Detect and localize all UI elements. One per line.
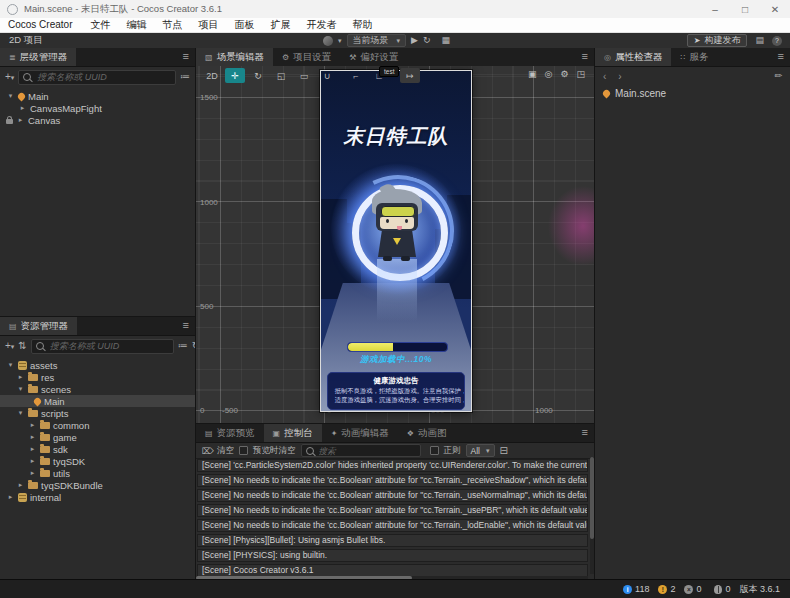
menu-project[interactable]: 项目 bbox=[190, 18, 226, 32]
preview-grid-icon[interactable]: ▦ bbox=[442, 35, 451, 46]
console-log-row[interactable]: [Scene] No needs to indicate the 'cc.Boo… bbox=[197, 474, 588, 488]
console-search[interactable] bbox=[301, 444, 421, 457]
asset-node-res[interactable]: ▸ res bbox=[0, 371, 195, 383]
menu-node[interactable]: 节点 bbox=[154, 18, 190, 32]
add-asset-button[interactable]: +▾ bbox=[5, 340, 14, 353]
build-publish-button[interactable]: ➤ 构建发布 bbox=[687, 34, 748, 47]
game-canvas-frame[interactable]: 末日特工队 bbox=[320, 70, 472, 412]
chevron-right-icon[interactable]: ▸ bbox=[16, 116, 25, 124]
console-menu-icon[interactable]: ≡ bbox=[582, 426, 588, 438]
log-level-dropdown[interactable]: All ▾ bbox=[466, 444, 495, 457]
chevron-right-icon[interactable]: ▸ bbox=[16, 373, 25, 381]
chevron-right-icon[interactable]: ▸ bbox=[28, 445, 37, 453]
hierarchy-search-input[interactable] bbox=[35, 71, 171, 83]
console-log-row[interactable]: [Scene] Cocos Creator v3.6.1 bbox=[197, 564, 588, 577]
bug-count[interactable]: 0 bbox=[714, 584, 730, 594]
clear-on-preview-checkbox[interactable] bbox=[239, 446, 248, 455]
chevron-right-icon[interactable]: ▸ bbox=[18, 104, 27, 112]
asset-node-utils[interactable]: ▸ utils bbox=[0, 467, 195, 479]
fullscreen-icon[interactable]: ◳ bbox=[576, 69, 585, 79]
hierarchy-search[interactable] bbox=[18, 70, 176, 85]
tab-asset-preview[interactable]: ▤ 资源预览 bbox=[196, 424, 264, 442]
hierarchy-list-options-icon[interactable]: ≔ bbox=[180, 71, 190, 83]
console-log-row[interactable]: [Scene] [Physics][Bullet]: Using asmjs B… bbox=[197, 534, 588, 548]
history-back-button[interactable]: ‹ bbox=[603, 71, 606, 82]
tab-inspector[interactable]: ◎ 属性检查器 bbox=[595, 48, 671, 66]
scene-menu-icon[interactable]: ≡ bbox=[582, 50, 588, 62]
move-tool-button[interactable]: ✛ bbox=[225, 68, 245, 83]
chevron-right-icon[interactable]: ▸ bbox=[28, 421, 37, 429]
platform-caret-icon[interactable]: ▾ bbox=[338, 37, 342, 45]
asset-node-assets[interactable]: ▾ assets bbox=[0, 359, 195, 371]
open-folder-button[interactable]: ▤ bbox=[755, 35, 764, 46]
warning-count[interactable]: ! 2 bbox=[658, 584, 675, 594]
error-count[interactable]: × 0 bbox=[684, 584, 701, 594]
help-button[interactable]: ? bbox=[772, 36, 782, 46]
chevron-down-icon[interactable]: ▾ bbox=[16, 409, 25, 417]
menu-developer[interactable]: 开发者 bbox=[298, 18, 344, 32]
menu-panel[interactable]: 面板 bbox=[226, 18, 262, 32]
play-button[interactable]: ▶ bbox=[411, 35, 418, 46]
console-log-row[interactable]: [Scene] 'cc.ParticleSystem2D.color' hide… bbox=[197, 459, 588, 473]
tab-service[interactable]: ∷ 服务 bbox=[671, 48, 717, 66]
inspector-menu-icon[interactable]: ≡ bbox=[778, 50, 784, 62]
regex-checkbox[interactable] bbox=[430, 446, 439, 455]
chevron-right-icon[interactable]: ▸ bbox=[28, 457, 37, 465]
history-forward-button[interactable]: › bbox=[618, 71, 621, 82]
menu-help[interactable]: 帮助 bbox=[344, 18, 380, 32]
menu-edit[interactable]: 编辑 bbox=[118, 18, 154, 32]
tree-node-canvasmapfight[interactable]: ▸ CanvasMapFight bbox=[0, 102, 195, 114]
tab-assets[interactable]: ▤ 资源管理器 bbox=[0, 317, 77, 335]
asset-node-main-scene[interactable]: Main bbox=[0, 395, 195, 407]
chevron-down-icon[interactable]: ▾ bbox=[6, 361, 15, 369]
asset-node-sdk[interactable]: ▸ sdk bbox=[0, 443, 195, 455]
tab-animation-editor[interactable]: ✦ 动画编辑器 bbox=[322, 424, 398, 442]
snap-settings-button[interactable]: ↦ bbox=[400, 68, 420, 83]
tab-console[interactable]: ▣ 控制台 bbox=[264, 424, 322, 442]
inspector-selected-asset[interactable]: Main.scene bbox=[595, 85, 790, 101]
menu-file[interactable]: 文件 bbox=[82, 18, 118, 32]
lock-icon[interactable] bbox=[6, 119, 13, 124]
scene-viewport[interactable]: 1500 1000 500 0 -500 0 500 1000 test bbox=[196, 66, 594, 423]
scale-tool-button[interactable]: ◱ bbox=[271, 68, 291, 83]
asset-node-tyqsdkbundle[interactable]: ▸ tyqSDKBundle bbox=[0, 479, 195, 491]
assets-menu-icon[interactable]: ≡ bbox=[183, 319, 189, 331]
asset-node-scripts[interactable]: ▾ scripts bbox=[0, 407, 195, 419]
rect-tool-button[interactable]: ▭ bbox=[294, 68, 314, 83]
asset-node-tyqsdk[interactable]: ▸ tyqSDK bbox=[0, 455, 195, 467]
maximize-button[interactable]: □ bbox=[730, 0, 760, 18]
pin-icon[interactable]: ✐ bbox=[772, 70, 784, 82]
pivot-mode-button[interactable]: ⌐ bbox=[346, 68, 366, 83]
menu-cocos-creator[interactable]: Cocos Creator bbox=[8, 18, 82, 32]
menu-extension[interactable]: 扩展 bbox=[262, 18, 298, 32]
assets-search[interactable] bbox=[31, 339, 174, 354]
console-log-row[interactable]: [Scene] No needs to indicate the 'cc.Boo… bbox=[197, 504, 588, 518]
hierarchy-menu-icon[interactable]: ≡ bbox=[183, 50, 189, 62]
minimize-button[interactable]: – bbox=[700, 0, 730, 18]
chevron-down-icon[interactable]: ▾ bbox=[16, 385, 25, 393]
tab-scene-editor[interactable]: ▧ 场景编辑器 bbox=[196, 48, 273, 66]
console-log-row[interactable]: [Scene] No needs to indicate the 'cc.Boo… bbox=[197, 519, 588, 533]
export-log-icon[interactable]: ⊟ bbox=[500, 445, 508, 457]
tree-node-main[interactable]: ▾ Main bbox=[0, 90, 195, 102]
clear-console-button[interactable]: ⌦ 清空 bbox=[202, 445, 234, 457]
console-log-list[interactable]: [Scene] 'cc.ParticleSystem2D.color' hide… bbox=[196, 457, 589, 576]
tree-node-canvas[interactable]: ▸ Canvas bbox=[0, 114, 195, 126]
console-search-input[interactable] bbox=[317, 445, 416, 457]
console-log-row[interactable]: [Scene] [PHYSICS]: using builtin. bbox=[197, 549, 588, 563]
chevron-right-icon[interactable]: ▸ bbox=[28, 433, 37, 441]
gizmo-settings-icon[interactable]: ⚙ bbox=[560, 69, 568, 79]
sort-assets-icon[interactable]: ⇅ bbox=[18, 340, 26, 352]
asset-node-game[interactable]: ▸ game bbox=[0, 431, 195, 443]
console-log-row[interactable]: [Scene] No needs to indicate the 'cc.Boo… bbox=[197, 489, 588, 503]
rotate-tool-button[interactable]: ↻ bbox=[248, 68, 268, 83]
grid-toggle-icon[interactable]: ▣ bbox=[528, 69, 537, 79]
tab-animation-graph[interactable]: ❖ 动画图 bbox=[398, 424, 456, 442]
asset-node-internal[interactable]: ▸ internal bbox=[0, 491, 195, 503]
assets-search-input[interactable] bbox=[48, 340, 169, 352]
chevron-right-icon[interactable]: ▸ bbox=[28, 469, 37, 477]
tab-preferences[interactable]: ⚒ 偏好设置 bbox=[340, 48, 407, 66]
chevron-down-icon[interactable]: ▾ bbox=[6, 92, 15, 100]
scene-select-dropdown[interactable]: 当前场景 ▾ bbox=[347, 34, 407, 47]
asset-node-scenes[interactable]: ▾ scenes bbox=[0, 383, 195, 395]
